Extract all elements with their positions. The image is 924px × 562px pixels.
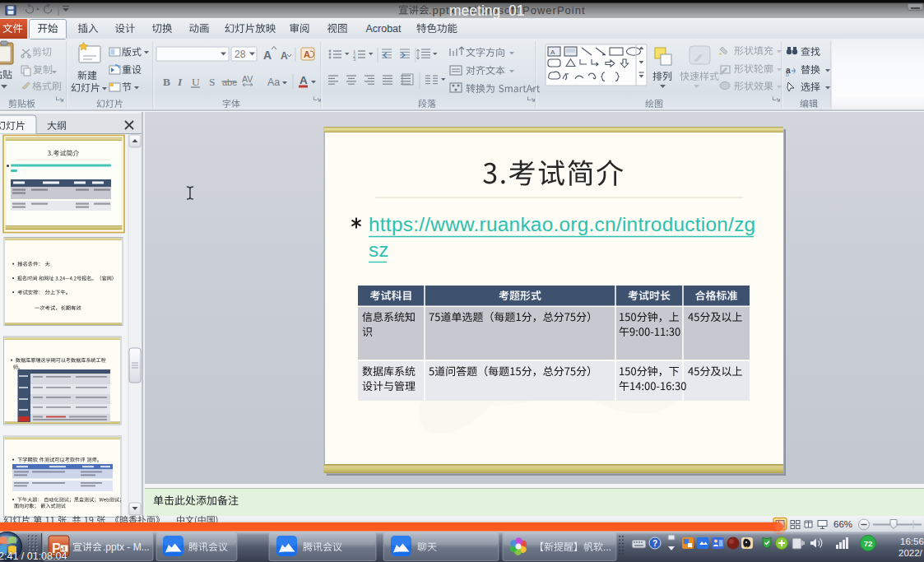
svg-text:https://www.ruankao.org.cn/int: https://www.ruankao.org.cn/introduction/… <box>369 213 755 235</box>
svg-text:meeting_01: meeting_01 <box>449 2 524 20</box>
svg-text:2:41 / 01:08:04: 2:41 / 01:08:04 <box>0 550 67 562</box>
svg-text:sz: sz <box>369 239 388 261</box>
svg-text:72: 72 <box>864 539 873 548</box>
svg-text:S: S <box>209 76 216 88</box>
svg-text:I: I <box>177 76 183 88</box>
svg-text:2022/: 2022/ <box>898 548 923 558</box>
svg-text:28: 28 <box>234 49 246 60</box>
svg-text:16:56: 16:56 <box>900 536 924 546</box>
svg-text:b: b <box>786 72 789 77</box>
svg-text:A: A <box>299 74 308 86</box>
svg-text:A: A <box>550 49 555 56</box>
svg-text:AV: AV <box>242 74 253 84</box>
svg-text:.pptx - M...: .pptx - M... <box>103 541 150 553</box>
svg-text:abe: abe <box>222 77 237 87</box>
svg-text:Acrobat: Acrobat <box>365 23 402 35</box>
svg-text:B: B <box>163 76 170 88</box>
svg-text:A: A <box>263 49 272 62</box>
svg-text:?: ? <box>652 539 657 548</box>
svg-text:A: A <box>281 50 288 62</box>
svg-text:66%: 66% <box>833 519 852 529</box>
svg-text:Aa: Aa <box>267 77 280 88</box>
svg-text:U: U <box>192 76 200 88</box>
svg-text:A: A <box>304 49 310 59</box>
